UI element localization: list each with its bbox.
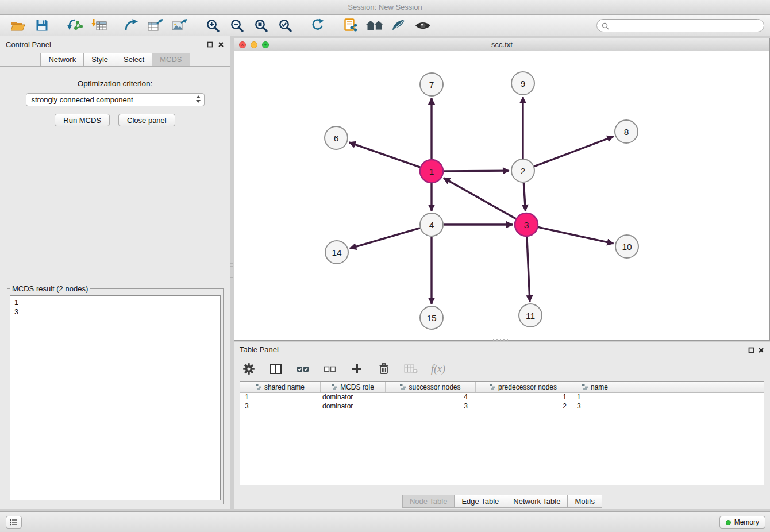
graph-edge-3-11[interactable] [527, 237, 530, 302]
select-all-button[interactable] [296, 361, 310, 377]
graph-edge-4-14[interactable] [350, 228, 420, 248]
run-mcds-button[interactable]: Run MCDS [55, 114, 110, 126]
open-file-button[interactable] [6, 17, 30, 34]
close-window-icon[interactable]: × [239, 41, 246, 48]
optimization-criterion-label: Optimization criterion: [0, 79, 230, 88]
select-all-icon [297, 364, 309, 373]
export-table-icon [148, 18, 164, 32]
optimization-criterion-select[interactable]: strongly connected component [26, 93, 205, 106]
export-network-button[interactable] [120, 17, 144, 34]
graph-edge-1-2[interactable] [444, 171, 509, 171]
network-window-titlebar[interactable]: × − + scc.txt [234, 38, 769, 51]
save-session-button[interactable] [30, 17, 54, 34]
plus-icon [352, 364, 362, 374]
column-header-label: shared name [264, 383, 305, 391]
table-row[interactable]: 3dominator323 [240, 402, 764, 411]
apply-layout-button[interactable] [306, 17, 330, 34]
graph-node-label: 14 [332, 248, 342, 257]
control-tab-select[interactable]: Select [116, 53, 152, 66]
float-window-icon[interactable] [206, 40, 214, 48]
delete-table-button[interactable] [404, 361, 418, 377]
column-tree-icon [256, 384, 261, 390]
column-header-shared-name[interactable]: shared name [240, 382, 321, 392]
graph-edge-3-1[interactable] [444, 178, 516, 219]
graph-node-label: 7 [429, 80, 434, 90]
horizontal-splitter[interactable] [493, 339, 508, 341]
network-manager-button[interactable] [363, 17, 387, 34]
graph-node-label: 8 [624, 127, 629, 137]
memory-button[interactable]: Memory [719, 516, 765, 529]
deselect-all-button[interactable] [323, 361, 337, 377]
window-title: Session: New Session [348, 3, 422, 11]
zoom-out-icon [230, 18, 244, 33]
control-panel-title: Control Panel [6, 40, 51, 49]
column-header-label: successor nodes [409, 383, 460, 391]
table-row[interactable]: 1dominator411 [240, 393, 764, 402]
node-table-header: shared nameMCDS rolesuccessor nodesprede… [240, 382, 764, 393]
column-header-successor-nodes[interactable]: successor nodes [386, 382, 476, 392]
show-hide-panels-button[interactable] [411, 17, 435, 34]
close-panel-button[interactable]: Close panel [118, 114, 175, 126]
export-image-button[interactable] [168, 17, 192, 34]
quick-search [596, 19, 764, 32]
deselect-all-icon [324, 364, 336, 373]
graph-edge-2-3[interactable] [523, 183, 525, 211]
table-tab-motifs[interactable]: Motifs [567, 495, 602, 508]
table-settings-button[interactable] [242, 361, 256, 377]
table-tab-edge-table[interactable]: Edge Table [454, 495, 506, 508]
task-history-button[interactable] [6, 516, 22, 529]
control-panel: Control Panel NetworkStyleSelectMCDS Opt… [0, 36, 230, 509]
column-tree-icon [400, 384, 406, 390]
export-table-button[interactable] [144, 17, 168, 34]
network-canvas[interactable]: 7968124314101511 [234, 51, 769, 340]
style-button[interactable] [387, 17, 411, 34]
float-table-panel-icon[interactable] [747, 346, 755, 354]
table-tab-node-table[interactable]: Node Table [402, 495, 455, 508]
column-header-name[interactable]: name [571, 382, 619, 392]
close-panel-icon[interactable] [217, 40, 225, 48]
zoom-in-button[interactable] [201, 17, 225, 34]
mcds-result-line: 3 [14, 307, 216, 317]
gear-icon [243, 363, 255, 375]
open-folder-icon [10, 20, 25, 32]
maximize-window-icon[interactable]: + [262, 41, 269, 48]
zoom-out-button[interactable] [225, 17, 249, 34]
import-table-button[interactable] [87, 17, 111, 34]
delete-column-button[interactable] [377, 361, 391, 377]
graph-edge-1-6[interactable] [349, 142, 421, 167]
first-neighbors-button[interactable] [338, 17, 363, 34]
control-tab-style[interactable]: Style [83, 53, 116, 66]
add-column-button[interactable] [350, 361, 364, 377]
table-cell: 1 [571, 393, 619, 402]
show-columns-button[interactable] [269, 361, 283, 377]
import-network-button[interactable] [63, 17, 87, 34]
minimize-window-icon[interactable]: − [251, 41, 257, 48]
table-cell: 2 [476, 402, 571, 411]
import-table-icon [91, 18, 107, 32]
vertical-splitter[interactable] [230, 263, 233, 280]
table-toolbar: f(x) [242, 358, 445, 379]
control-tab-mcds[interactable]: MCDS [152, 53, 190, 66]
column-tree-icon [332, 384, 337, 390]
select-stepper-icon [195, 95, 202, 103]
graph-node-label: 4 [429, 220, 434, 230]
trash-icon [379, 363, 389, 375]
graph-node-label: 10 [622, 242, 632, 252]
mcds-result-list[interactable]: 13 [10, 295, 221, 500]
column-header-MCDS-role[interactable]: MCDS role [321, 382, 386, 392]
table-cell: dominator [321, 393, 386, 402]
table-tab-network-table[interactable]: Network Table [506, 495, 568, 508]
graph-edge-2-8[interactable] [534, 136, 614, 166]
export-network-icon [124, 18, 139, 32]
selected-option: strongly connected component [32, 95, 133, 104]
window-titlebar[interactable]: Session: New Session [0, 0, 770, 15]
function-builder-button[interactable]: f(x) [431, 361, 445, 377]
search-input[interactable] [611, 20, 760, 31]
control-tab-network[interactable]: Network [40, 53, 84, 66]
zoom-fit-button[interactable] [249, 17, 273, 34]
column-header-predecessor-nodes[interactable]: predecessor nodes [476, 382, 571, 392]
close-table-panel-icon[interactable] [757, 346, 765, 354]
column-header-filler [619, 382, 764, 392]
zoom-selected-button[interactable] [273, 17, 297, 34]
graph-edge-3-10[interactable] [538, 227, 614, 243]
